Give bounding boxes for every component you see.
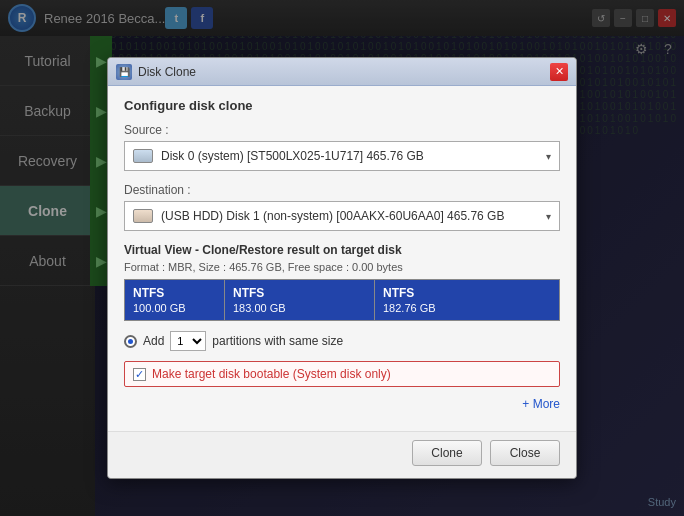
partition-3-type: NTFS	[383, 286, 551, 300]
destination-select-container: (USB HDD) Disk 1 (non-system) [00AAKX-60…	[124, 201, 560, 231]
checkmark-icon: ✓	[135, 368, 144, 381]
more-link[interactable]: + More	[124, 397, 560, 411]
partition-2[interactable]: NTFS 183.00 GB	[225, 280, 375, 320]
add-label: Add	[143, 334, 164, 348]
partitions-container: NTFS 100.00 GB NTFS 183.00 GB NTFS 182.7…	[124, 279, 560, 321]
dialog-icon-symbol: 💾	[119, 67, 130, 77]
dialog-close-button[interactable]: ✕	[550, 63, 568, 81]
dialog-footer: Clone Close	[108, 431, 576, 478]
disk-clone-dialog: 💾 Disk Clone ✕ Configure disk clone Sour…	[107, 57, 577, 479]
partition-1-size: 100.00 GB	[133, 302, 216, 314]
destination-chevron-icon: ▾	[546, 211, 551, 222]
bootable-label: Make target disk bootable (System disk o…	[152, 367, 391, 381]
dialog-section-title: Configure disk clone	[124, 98, 560, 113]
dialog-body: Configure disk clone Source : Disk 0 (sy…	[108, 86, 576, 431]
source-select-container: Disk 0 (system) [ST500LX025-1U717] 465.7…	[124, 141, 560, 171]
modal-overlay: 💾 Disk Clone ✕ Configure disk clone Sour…	[0, 0, 684, 516]
dialog-title-bar: 💾 Disk Clone ✕	[108, 58, 576, 86]
source-chevron-icon: ▾	[546, 151, 551, 162]
destination-dropdown[interactable]: (USB HDD) Disk 1 (non-system) [00AAKX-60…	[124, 201, 560, 231]
partition-2-type: NTFS	[233, 286, 366, 300]
partitions-suffix: partitions with same size	[212, 334, 343, 348]
partition-1-type: NTFS	[133, 286, 216, 300]
dialog-icon: 💾	[116, 64, 132, 80]
destination-disk-icon	[133, 209, 153, 223]
partition-count-select[interactable]: 1 2 3	[170, 331, 206, 351]
bootable-checkbox-row: ✓ Make target disk bootable (System disk…	[124, 361, 560, 387]
bootable-checkbox[interactable]: ✓	[133, 368, 146, 381]
source-label: Source :	[124, 123, 560, 137]
source-disk-icon	[133, 149, 153, 163]
close-dialog-button[interactable]: Close	[490, 440, 560, 466]
partition-2-size: 183.00 GB	[233, 302, 366, 314]
add-partitions-row: Add 1 2 3 partitions with same size	[124, 331, 560, 351]
virtual-view-section: Virtual View - Clone/Restore result on t…	[124, 243, 560, 321]
dialog-title: Disk Clone	[138, 65, 550, 79]
partition-3[interactable]: NTFS 182.76 GB	[375, 280, 559, 320]
virtual-view-title: Virtual View - Clone/Restore result on t…	[124, 243, 560, 257]
radio-dot-inner	[128, 339, 133, 344]
partition-1[interactable]: NTFS 100.00 GB	[125, 280, 225, 320]
destination-label: Destination :	[124, 183, 560, 197]
source-value: Disk 0 (system) [ST500LX025-1U717] 465.7…	[161, 149, 424, 163]
source-dropdown[interactable]: Disk 0 (system) [ST500LX025-1U717] 465.7…	[124, 141, 560, 171]
partition-3-size: 182.76 GB	[383, 302, 551, 314]
destination-value: (USB HDD) Disk 1 (non-system) [00AAKX-60…	[161, 209, 504, 223]
virtual-view-info: Format : MBR, Size : 465.76 GB, Free spa…	[124, 261, 560, 273]
add-radio-button[interactable]	[124, 335, 137, 348]
clone-button[interactable]: Clone	[412, 440, 482, 466]
